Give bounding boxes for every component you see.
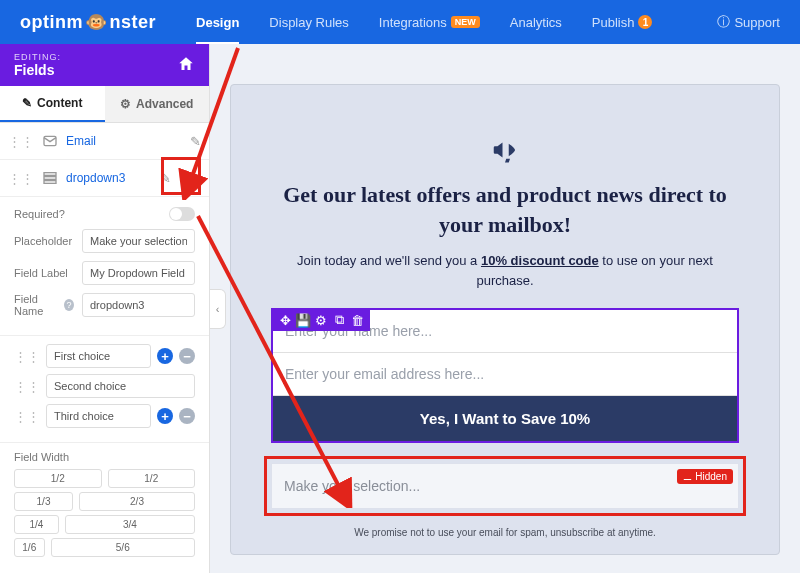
tab-content[interactable]: ✎ Content — [0, 86, 105, 122]
edit-icon[interactable]: ✎ — [190, 134, 201, 149]
field-width-section: Field Width 1/21/2 1/32/3 1/43/4 1/65/6 — [0, 443, 209, 569]
choice-input[interactable] — [46, 344, 151, 368]
width-option[interactable]: 1/6 — [14, 538, 45, 557]
editing-label: EDITING: — [14, 52, 61, 62]
email-input[interactable] — [273, 353, 737, 396]
trash-icon[interactable]: 🗑 — [349, 312, 365, 328]
preview-footnote[interactable]: We promise not to use your email for spa… — [271, 527, 739, 538]
editing-header: EDITING: Fields — [0, 44, 209, 86]
move-icon[interactable]: ✥ — [277, 312, 293, 328]
preview-card: Get our latest offers and product news d… — [230, 84, 780, 555]
sliders-icon: ⚙ — [120, 97, 131, 111]
help-icon: ⓘ — [717, 13, 730, 31]
choice-row: ⋮⋮ — [14, 374, 195, 398]
svg-rect-3 — [44, 181, 56, 184]
field-properties: Required? Placeholder Field Label Field … — [0, 197, 209, 336]
field-row-email[interactable]: ⋮⋮ Email ✎ — [0, 123, 209, 160]
required-toggle[interactable] — [169, 207, 195, 221]
pencil-icon: ✎ — [22, 96, 32, 110]
choice-row: ⋮⋮ + − — [14, 404, 195, 428]
add-choice-button[interactable]: + — [157, 348, 173, 364]
drag-handle-icon[interactable]: ⋮⋮ — [8, 171, 34, 186]
drag-handle-icon[interactable]: ⋮⋮ — [14, 409, 40, 424]
choice-input[interactable] — [46, 404, 151, 428]
drag-handle-icon[interactable]: ⋮⋮ — [8, 134, 34, 149]
placeholder-label: Placeholder — [14, 235, 74, 247]
field-dropdown-label: dropdown3 — [66, 171, 152, 185]
tab-content-label: Content — [37, 96, 82, 110]
choices-list: ⋮⋮ + − ⋮⋮ ⋮⋮ + − — [0, 336, 209, 443]
width-option[interactable]: 1/2 — [14, 469, 102, 488]
brand-logo: optinm🐵nster — [20, 11, 156, 33]
add-choice-button[interactable]: + — [157, 408, 173, 424]
support-label: Support — [734, 15, 780, 30]
width-option[interactable]: 3/4 — [65, 515, 195, 534]
fieldlabel-input[interactable] — [82, 261, 195, 285]
remove-choice-button[interactable]: − — [179, 408, 195, 424]
width-option[interactable]: 1/4 — [14, 515, 59, 534]
field-email-label: Email — [66, 134, 182, 148]
preview-headline[interactable]: Get our latest offers and product news d… — [271, 180, 739, 239]
fieldlabel-label: Field Label — [14, 267, 74, 279]
annotation-highlight-box — [264, 456, 746, 516]
visibility-toggle-wrap — [179, 171, 201, 185]
help-icon[interactable]: ? — [64, 299, 74, 311]
placeholder-input[interactable] — [82, 229, 195, 253]
drag-handle-icon[interactable]: ⋮⋮ — [14, 379, 40, 394]
collapse-sidebar-button[interactable]: ‹ — [210, 289, 226, 329]
dropdown-icon — [42, 170, 58, 186]
new-badge: NEW — [451, 16, 480, 28]
nav-integrations[interactable]: Integrations NEW — [379, 15, 480, 30]
svg-rect-2 — [44, 177, 56, 180]
top-nav: Design Display Rules Integrations NEW An… — [196, 15, 717, 30]
width-option[interactable]: 1/2 — [108, 469, 196, 488]
required-label: Required? — [14, 208, 161, 220]
subhead-pre: Join today and we'll send you a — [297, 253, 481, 268]
editing-value: Fields — [14, 62, 61, 78]
bullhorn-icon — [271, 135, 739, 168]
nav-publish[interactable]: Publish 1 — [592, 15, 653, 30]
nav-design[interactable]: Design — [196, 15, 239, 45]
copy-icon[interactable]: ⧉ — [331, 312, 347, 328]
choice-input[interactable] — [46, 374, 195, 398]
save-icon[interactable]: 💾 — [295, 312, 311, 328]
home-icon[interactable] — [177, 55, 195, 76]
preview-subhead[interactable]: Join today and we'll send you a 10% disc… — [271, 251, 739, 290]
drag-handle-icon[interactable]: ⋮⋮ — [14, 349, 40, 364]
nav-display-rules[interactable]: Display Rules — [269, 15, 348, 30]
gear-icon[interactable]: ⚙ — [313, 312, 329, 328]
sidebar-tabs: ✎ Content ⚙ Advanced — [0, 86, 209, 123]
top-bar: optinm🐵nster Design Display Rules Integr… — [0, 0, 800, 44]
width-option[interactable]: 5/6 — [51, 538, 196, 557]
field-row-dropdown[interactable]: ⋮⋮ dropdown3 ✎ — [0, 160, 209, 197]
fieldname-input[interactable] — [82, 293, 195, 317]
choice-row: ⋮⋮ + − — [14, 344, 195, 368]
canvas: ‹ Get our latest offers and product news… — [210, 44, 800, 573]
element-toolbar: ✥ 💾 ⚙ ⧉ 🗑 — [272, 309, 370, 331]
hidden-dropdown-preview[interactable]: Make your selection... ⚊ Hidden — [271, 463, 739, 509]
tab-advanced[interactable]: ⚙ Advanced — [105, 86, 210, 122]
form-block[interactable]: ✥ 💾 ⚙ ⧉ 🗑 Yes, I Want to Save 10% — [271, 308, 739, 443]
remove-choice-button[interactable]: − — [179, 348, 195, 364]
field-width-label: Field Width — [14, 451, 195, 463]
width-option[interactable]: 1/3 — [14, 492, 73, 511]
cta-button[interactable]: Yes, I Want to Save 10% — [273, 396, 737, 441]
nav-integrations-label: Integrations — [379, 15, 447, 30]
width-option[interactable]: 2/3 — [79, 492, 195, 511]
nav-publish-label: Publish — [592, 15, 635, 30]
tab-advanced-label: Advanced — [136, 97, 193, 111]
nav-analytics[interactable]: Analytics — [510, 15, 562, 30]
annotation-highlight-box — [161, 157, 201, 195]
sidebar: EDITING: Fields ✎ Content ⚙ Advanced ⋮⋮ … — [0, 44, 210, 573]
support-link[interactable]: ⓘ Support — [717, 13, 780, 31]
fieldname-label: Field Name ? — [14, 293, 74, 317]
subhead-underline: 10% discount code — [481, 253, 599, 268]
envelope-icon — [42, 133, 58, 149]
svg-rect-1 — [44, 173, 56, 176]
publish-count-badge: 1 — [638, 15, 652, 29]
